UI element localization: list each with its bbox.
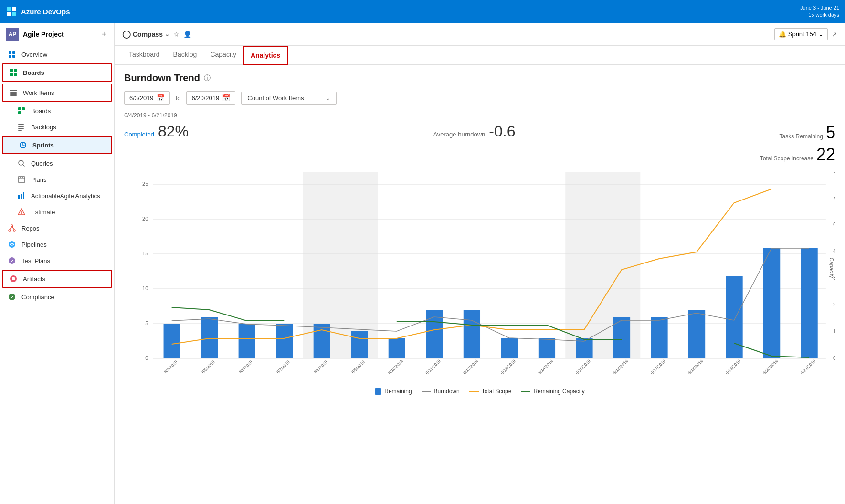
sidebar-item-queries[interactable]: Queries xyxy=(0,155,114,171)
metric-dropdown[interactable]: Count of Work Items ⌄ xyxy=(241,92,337,105)
info-icon[interactable]: ⓘ xyxy=(204,74,211,83)
legend-remaining-icon xyxy=(375,388,381,395)
app-title: Azure DevOps xyxy=(21,8,70,16)
tab-taskboard[interactable]: Taskboard xyxy=(122,46,167,65)
date-range-label: 6/4/2019 - 6/21/2019 xyxy=(124,112,835,119)
sprint-date-range: June 3 - June 21 xyxy=(800,4,839,11)
svg-rect-80 xyxy=(688,310,705,358)
svg-rect-71 xyxy=(351,331,368,358)
svg-point-36 xyxy=(13,230,15,231)
sidebar-item-estimate[interactable]: Estimate xyxy=(0,204,114,220)
chart-legend: Remaining Burndown Total Scope Remaining… xyxy=(124,388,835,395)
sidebar-item-backlogs[interactable]: Backlogs xyxy=(0,119,114,135)
stats-row: Completed 82% Average burndown -0.6 Task… xyxy=(124,123,835,167)
svg-rect-76 xyxy=(539,338,555,358)
sidebar-item-repos[interactable]: Repos xyxy=(0,220,114,236)
avg-burndown-label: Average burndown xyxy=(433,131,485,138)
sidebar-item-boards[interactable]: Boards xyxy=(0,103,114,119)
legend-burndown-icon xyxy=(422,391,431,392)
sidebar-item-sprints[interactable]: Sprints xyxy=(2,136,112,154)
completed-value: 82% xyxy=(158,123,189,140)
svg-rect-69 xyxy=(276,324,293,358)
svg-rect-7 xyxy=(12,55,15,58)
backlogs-icon xyxy=(17,122,26,132)
app-logo: Azure DevOps xyxy=(6,6,70,17)
bell-icon: 🔔 xyxy=(779,31,786,38)
sidebar-item-label: Repos xyxy=(21,225,40,232)
person-icon[interactable]: 👤 xyxy=(183,31,191,38)
svg-text:12: 12 xyxy=(833,328,835,334)
legend-remaining-capacity-icon xyxy=(521,391,530,392)
sidebar-item-compliance[interactable]: Compliance xyxy=(0,289,114,305)
sidebar-item-plans[interactable]: Plans xyxy=(0,171,114,188)
tab-capacity[interactable]: Capacity xyxy=(203,46,243,65)
sidebar-item-work-items[interactable]: Work Items xyxy=(2,84,112,102)
sidebar-item-label: Estimate xyxy=(31,209,55,216)
date-to-value: 6/20/2019 xyxy=(191,94,219,102)
compass-title: Compass xyxy=(133,31,163,38)
svg-rect-4 xyxy=(9,51,11,54)
add-project-button[interactable]: + xyxy=(99,29,108,41)
grid-icon xyxy=(7,50,17,59)
svg-point-33 xyxy=(21,213,22,214)
expand-icon[interactable]: ↗ xyxy=(832,31,837,38)
sidebar-item-label: Sprints xyxy=(32,142,54,149)
tasks-remaining-value: 5 xyxy=(826,123,835,143)
sidebar-item-artifacts[interactable]: Artifacts xyxy=(2,270,112,288)
svg-rect-72 xyxy=(389,338,405,358)
sprint-selector[interactable]: 🔔 Sprint 154 ⌄ xyxy=(774,28,828,40)
tabs-bar: Taskboard Backlog Capacity Analytics xyxy=(115,46,845,65)
svg-text:25: 25 xyxy=(142,181,148,187)
svg-point-37 xyxy=(9,241,15,248)
svg-rect-14 xyxy=(10,94,17,96)
sidebar-item-actionable[interactable]: ActionableAgile Analytics xyxy=(0,188,114,204)
metric-label: Count of Work Items xyxy=(247,94,304,102)
svg-rect-2 xyxy=(7,12,11,16)
compliance-icon xyxy=(7,292,17,302)
queries-icon xyxy=(17,158,26,168)
legend-remaining-capacity-label: Remaining Capacity xyxy=(533,388,584,395)
chart-wrapper: 0 5 10 15 20 25 0 12 24 36 48 60 72 xyxy=(124,172,835,382)
sidebar-item-pipelines[interactable]: Pipelines xyxy=(0,236,114,252)
svg-rect-81 xyxy=(726,276,742,358)
svg-rect-3 xyxy=(12,12,16,16)
sidebar-item-boards-group[interactable]: Boards xyxy=(2,63,112,82)
svg-rect-21 xyxy=(18,130,22,131)
svg-point-35 xyxy=(9,230,11,231)
stat-avg-burndown: Average burndown -0.6 xyxy=(433,123,515,140)
avg-burndown-value: -0.6 xyxy=(489,123,515,140)
legend-remaining-capacity: Remaining Capacity xyxy=(521,388,584,395)
svg-rect-0 xyxy=(7,7,11,11)
filters-row: 6/3/2019 📅 to 6/20/2019 📅 Count of Work … xyxy=(124,91,835,105)
svg-rect-15 xyxy=(18,107,21,110)
svg-rect-24 xyxy=(18,177,25,182)
compass-chevron-icon[interactable]: ⌄ xyxy=(165,31,169,38)
boards-sub-icon xyxy=(17,106,26,116)
svg-rect-9 xyxy=(14,69,17,72)
sidebar-item-test-plans[interactable]: Test Plans xyxy=(0,252,114,269)
svg-rect-28 xyxy=(18,195,20,199)
chart-title-row: Burndown Trend ⓘ xyxy=(124,73,835,84)
svg-text:20: 20 xyxy=(142,216,148,221)
svg-rect-40 xyxy=(12,277,15,280)
sidebar-item-label: Work Items xyxy=(23,89,54,96)
svg-rect-82 xyxy=(763,248,780,358)
sidebar-item-label: Compliance xyxy=(21,294,54,301)
svg-rect-83 xyxy=(801,248,818,358)
legend-remaining-label: Remaining xyxy=(384,388,412,395)
svg-rect-68 xyxy=(239,324,255,358)
legend-burndown: Burndown xyxy=(422,388,460,395)
tab-backlog[interactable]: Backlog xyxy=(167,46,204,65)
tab-analytics[interactable]: Analytics xyxy=(243,46,288,65)
date-to-input[interactable]: 6/20/2019 📅 xyxy=(186,91,235,105)
svg-rect-8 xyxy=(10,69,13,72)
sidebar-item-overview[interactable]: Overview xyxy=(0,46,114,63)
to-label: to xyxy=(176,94,181,102)
plans-icon xyxy=(17,175,26,184)
star-icon[interactable]: ☆ xyxy=(173,31,180,38)
svg-rect-20 xyxy=(18,128,24,129)
svg-text:72: 72 xyxy=(833,195,835,200)
svg-rect-70 xyxy=(314,324,330,358)
date-from-input[interactable]: 6/3/2019 📅 xyxy=(124,91,170,105)
svg-rect-12 xyxy=(10,90,17,91)
